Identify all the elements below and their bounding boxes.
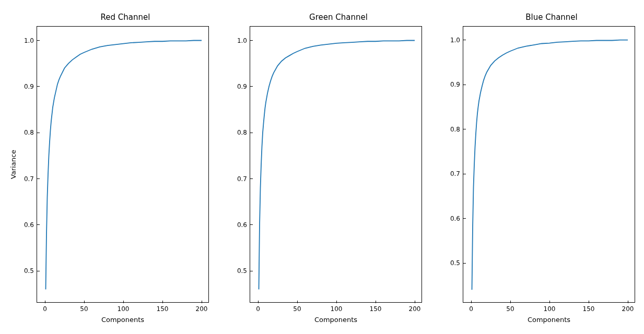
y-tick-label: 0.6 [24, 221, 34, 229]
x-tick [258, 301, 259, 303]
x-tick-label: 100 [544, 305, 556, 313]
figure: Red Channel Variance Components 05010015… [0, 0, 644, 334]
line-plot [37, 27, 209, 303]
y-tick-label: 0.7 [24, 175, 34, 183]
line-plot [463, 27, 636, 303]
x-axis-label: Components [463, 316, 635, 324]
y-tick [37, 133, 40, 133]
x-tick-label: 150 [157, 305, 169, 313]
y-tick [463, 174, 466, 174]
x-tick-label: 50 [80, 305, 88, 313]
y-tick [250, 133, 253, 133]
y-tick-label: 0.7 [450, 170, 460, 177]
y-tick [250, 224, 253, 225]
y-tick-label: 1.0 [24, 37, 34, 44]
x-tick [45, 301, 45, 303]
y-tick [250, 178, 253, 179]
y-tick [37, 224, 40, 225]
y-tick-label: 0.9 [450, 81, 460, 88]
x-axis-label: Components [250, 316, 421, 324]
y-tick-label: 0.8 [237, 129, 247, 136]
data-line [46, 41, 202, 290]
y-tick [463, 85, 466, 85]
x-axis-label: Components [37, 316, 208, 324]
x-tick [84, 301, 85, 303]
y-tick-label: 1.0 [450, 37, 460, 44]
x-tick [297, 301, 298, 303]
x-tick-label: 0 [43, 305, 47, 313]
chart-title: Green Channel [250, 13, 427, 22]
y-tick-label: 0.5 [237, 267, 247, 275]
x-tick [376, 301, 376, 303]
chart-title: Blue Channel [463, 13, 640, 22]
y-tick-label: 0.7 [237, 175, 247, 183]
x-tick [628, 301, 628, 303]
y-tick [37, 271, 40, 271]
chart-title: Red Channel [37, 13, 214, 22]
y-tick-label: 0.5 [24, 267, 34, 275]
x-tick [589, 301, 589, 303]
y-tick-label: 0.9 [237, 83, 247, 90]
x-tick-label: 0 [256, 305, 260, 313]
x-tick-label: 50 [506, 305, 514, 313]
x-tick-label: 50 [293, 305, 301, 313]
x-tick [510, 301, 511, 303]
x-tick-label: 200 [409, 305, 421, 313]
y-tick [463, 129, 466, 129]
y-tick [37, 86, 40, 87]
y-tick [250, 271, 253, 271]
x-tick-label: 0 [469, 305, 473, 313]
x-tick [471, 301, 472, 303]
x-tick [162, 301, 163, 303]
y-tick [37, 178, 40, 179]
y-tick [463, 40, 466, 40]
y-tick [463, 218, 466, 219]
y-tick [37, 40, 40, 41]
y-axis-label: Variance [9, 150, 17, 179]
axes-frame: Components 0501001502000.50.60.70.80.91.… [250, 26, 422, 303]
y-tick [250, 86, 253, 87]
x-tick-label: 200 [196, 305, 208, 313]
x-tick [549, 301, 550, 303]
y-tick-label: 0.8 [24, 129, 34, 136]
y-tick-label: 0.9 [24, 83, 34, 90]
y-tick-label: 0.6 [450, 215, 460, 222]
x-tick [202, 301, 202, 303]
x-tick [415, 301, 415, 303]
x-tick [123, 301, 124, 303]
x-tick [336, 301, 337, 303]
y-tick-label: 0.6 [237, 221, 247, 229]
y-tick-label: 1.0 [237, 37, 247, 44]
axes-frame: Variance Components 0501001502000.50.60.… [37, 26, 209, 303]
x-tick-label: 150 [583, 305, 595, 313]
axes-frame: Components 0501001502000.50.60.70.80.91.… [463, 26, 635, 303]
y-tick-label: 0.8 [450, 126, 460, 133]
line-plot [250, 27, 423, 303]
y-tick [250, 40, 253, 41]
x-tick-label: 150 [370, 305, 382, 313]
data-line [259, 41, 415, 290]
y-tick [463, 263, 466, 264]
data-line [472, 40, 628, 290]
x-tick-label: 200 [622, 305, 634, 313]
y-tick-label: 0.5 [450, 259, 460, 267]
x-tick-label: 100 [331, 305, 343, 313]
x-tick-label: 100 [118, 305, 130, 313]
